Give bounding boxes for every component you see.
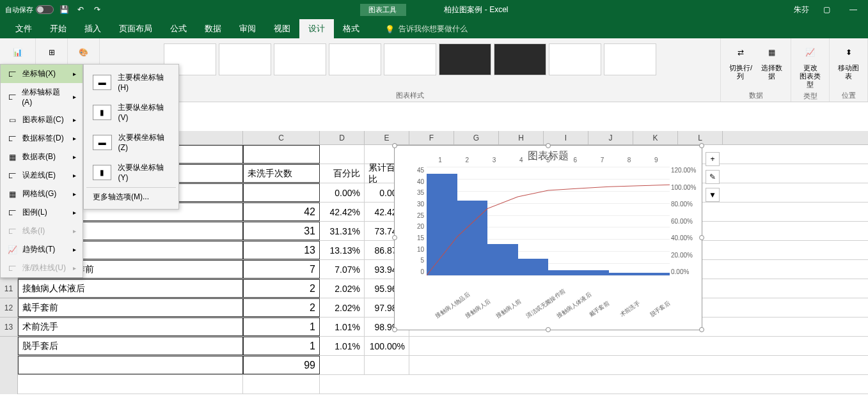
- axis-secondary-h[interactable]: ▬次要横坐标轴(Z): [86, 127, 176, 157]
- cell[interactable]: 42.42%: [320, 203, 365, 221]
- cell[interactable]: 1: [243, 337, 320, 355]
- resize-handle[interactable]: [546, 327, 551, 332]
- tab-layout[interactable]: 页面布局: [110, 19, 161, 38]
- cell[interactable]: [18, 356, 243, 374]
- row-header[interactable]: 13: [0, 318, 17, 337]
- tab-insert[interactable]: 插入: [75, 19, 110, 38]
- menu-data-label[interactable]: ⫍数据标签(D)▸: [1, 129, 83, 148]
- col-header[interactable]: F: [409, 131, 454, 144]
- undo-icon[interactable]: ↶: [74, 3, 87, 16]
- col-header[interactable]: K: [633, 131, 678, 144]
- cell[interactable]: 1: [243, 318, 320, 336]
- resize-handle[interactable]: [546, 143, 551, 148]
- cell[interactable]: 脱手套后: [18, 337, 243, 355]
- cell[interactable]: 13: [243, 241, 320, 259]
- menu-legend[interactable]: ⫍图例(L)▸: [1, 203, 83, 222]
- cell[interactable]: 1.01%: [320, 337, 365, 355]
- cell[interactable]: [243, 375, 320, 394]
- tab-view[interactable]: 视图: [265, 19, 299, 38]
- ribbon-options-icon[interactable]: ▢: [817, 3, 836, 16]
- menu-chart-title[interactable]: ▭图表标题(C)▸: [1, 111, 83, 129]
- menu-trend[interactable]: 📈趋势线(T)▸: [1, 240, 83, 259]
- menu-error-bar[interactable]: ⫍误差线(E)▸: [1, 166, 83, 185]
- chart-plot-area[interactable]: 123456789 454035302520151050 120.00%100.…: [427, 167, 670, 275]
- minimize-icon[interactable]: —: [844, 3, 863, 16]
- col-header[interactable]: G: [454, 131, 499, 144]
- tab-data[interactable]: 数据: [196, 19, 230, 38]
- row-header[interactable]: 11: [0, 279, 17, 298]
- axis-primary-v[interactable]: ▮主要纵坐标轴(V): [86, 97, 176, 127]
- col-header[interactable]: J: [588, 131, 633, 144]
- cell[interactable]: 1.01%: [320, 318, 365, 336]
- col-header[interactable]: H: [499, 131, 544, 144]
- col-header[interactable]: I: [544, 131, 588, 144]
- resize-handle[interactable]: [699, 143, 704, 148]
- cell[interactable]: 2.02%: [320, 298, 365, 317]
- col-header[interactable]: C: [243, 131, 320, 144]
- cell[interactable]: 7.07%: [320, 260, 365, 279]
- chart-style-7[interactable]: [494, 43, 546, 75]
- cell[interactable]: 2: [243, 279, 320, 298]
- resize-handle[interactable]: [392, 235, 397, 240]
- cell[interactable]: 术前洗手: [18, 318, 243, 336]
- cell[interactable]: 接触病人体液后: [18, 279, 243, 298]
- cell[interactable]: 42: [243, 203, 320, 221]
- save-icon[interactable]: 💾: [58, 3, 70, 16]
- cell[interactable]: 31: [243, 222, 320, 240]
- more-axis-options[interactable]: 更多轴选项(M)...: [86, 187, 176, 206]
- cell[interactable]: [365, 356, 409, 374]
- tab-file[interactable]: 文件: [6, 19, 41, 38]
- chart-style-8[interactable]: [549, 43, 601, 75]
- move-chart-button[interactable]: ⬍ 移动图表: [833, 41, 864, 82]
- menu-grid[interactable]: ▦网格线(G)▸: [1, 185, 83, 203]
- resize-handle[interactable]: [699, 327, 704, 332]
- chart-style-2[interactable]: [219, 43, 271, 75]
- axis-primary-h[interactable]: ▬主要横坐标轴(H): [86, 67, 176, 97]
- change-chart-type-button[interactable]: 📈 更改 图表类型: [795, 41, 825, 90]
- resize-handle[interactable]: [392, 143, 397, 148]
- switch-row-col-button[interactable]: ⇄ 切换行/列: [725, 41, 757, 82]
- cell[interactable]: 2.02%: [320, 279, 365, 298]
- chart-style-4[interactable]: [329, 43, 381, 75]
- cell[interactable]: 未洗手次数: [243, 164, 320, 183]
- cell[interactable]: 99: [243, 356, 320, 374]
- tab-review[interactable]: 审阅: [230, 19, 265, 38]
- cell[interactable]: 31.31%: [320, 222, 365, 240]
- cell[interactable]: 2: [243, 298, 320, 317]
- menu-axis-title[interactable]: ⫍坐标轴标题(A)▸: [1, 83, 83, 111]
- chart-styles-button[interactable]: ✎: [706, 170, 720, 184]
- chart-object[interactable]: 图表标题 123456789 454035302520151050 120.00…: [394, 145, 702, 330]
- axis-secondary-v[interactable]: ▮次要纵坐标轴(Y): [86, 157, 176, 187]
- col-header[interactable]: E: [365, 131, 409, 144]
- redo-icon[interactable]: ↷: [91, 3, 104, 16]
- cell[interactable]: [18, 375, 243, 394]
- menu-axis[interactable]: ⫍坐标轴(X)▸: [1, 65, 83, 83]
- cell[interactable]: [320, 356, 365, 374]
- col-header[interactable]: D: [320, 131, 365, 144]
- cell[interactable]: 100.00%: [365, 337, 409, 355]
- cell[interactable]: 百分比: [320, 164, 365, 183]
- cell[interactable]: [320, 145, 365, 164]
- chart-style-3[interactable]: [274, 43, 326, 75]
- tab-design[interactable]: 设计: [299, 19, 334, 38]
- tab-home[interactable]: 开始: [41, 19, 75, 38]
- select-data-button[interactable]: ▦ 选择数据: [757, 41, 787, 82]
- cell[interactable]: 戴手套前: [18, 298, 243, 317]
- menu-data-table[interactable]: ▦数据表(B)▸: [1, 148, 83, 166]
- chart-style-5[interactable]: [384, 43, 436, 75]
- row-header[interactable]: 12: [0, 298, 17, 318]
- cell[interactable]: 0.00%: [320, 183, 365, 202]
- tellme-search[interactable]: 💡 告诉我你想要做什么: [381, 20, 471, 38]
- cell[interactable]: 13.13%: [320, 241, 365, 259]
- chart-style-6[interactable]: [439, 43, 491, 75]
- tab-formula[interactable]: 公式: [161, 19, 196, 38]
- chart-filter-button[interactable]: ▼: [706, 188, 720, 202]
- chart-elements-button[interactable]: +: [706, 152, 720, 166]
- col-header[interactable]: L: [678, 131, 723, 144]
- cell[interactable]: [243, 183, 320, 202]
- autosave-toggle[interactable]: 自动保存: [5, 5, 54, 15]
- tab-format[interactable]: 格式: [334, 19, 368, 38]
- chart-style-9[interactable]: [604, 43, 656, 75]
- cell[interactable]: [243, 145, 320, 164]
- cell[interactable]: 7: [243, 260, 320, 279]
